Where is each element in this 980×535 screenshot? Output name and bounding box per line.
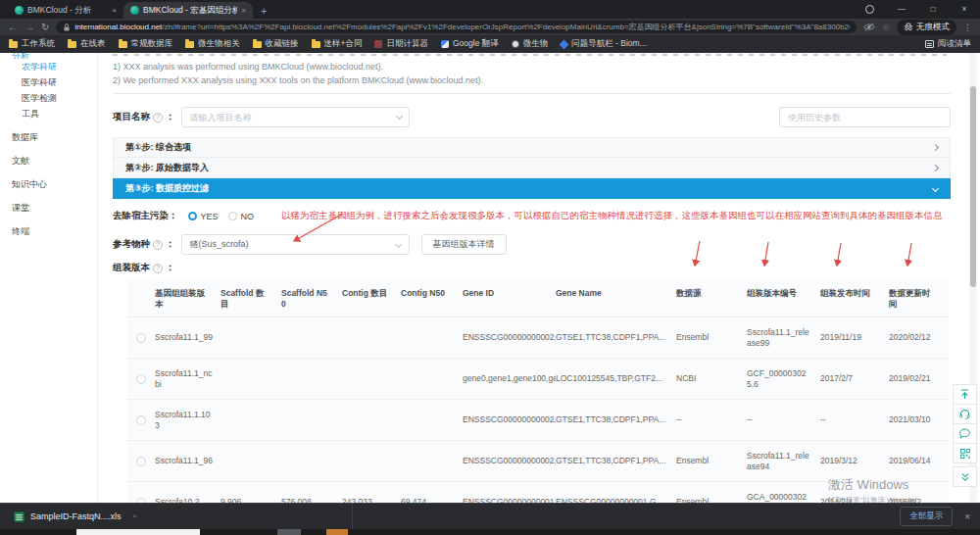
profile-circle-icon[interactable] [865,5,874,14]
table-header-row: 基因组组装版本Scaffold 数目Scaffold N50Contig 数目C… [127,279,949,316]
table-row: Sscrofa11.1_96ENSSSCG00000000002,E...GTS… [127,440,949,481]
qrcode-button[interactable] [953,443,977,463]
step-panel-1[interactable]: 第①步: 综合选项 [113,137,951,158]
row-radio-button[interactable] [136,415,146,425]
minimize-button[interactable]: — [886,0,917,19]
bookmark-item[interactable]: 工作系统 [9,38,55,50]
bookmark-item[interactable]: 日期计算器 [374,38,428,50]
table-cell: 2017/2/7 [820,373,889,384]
row-radio-cell [127,415,155,425]
reference-species-row: 参考物种 ? ： 猪(Sus_scrofa) 基因组版本详情 [113,234,951,255]
file-menu-caret[interactable]: ^ [133,512,137,521]
browser-tab[interactable]: BMKCloud - 分析× [8,2,123,19]
reading-list-button[interactable]: 阅读清单 [925,38,971,50]
forward-button[interactable]: → [24,23,34,32]
table-cell: Sscrofa11.1_96 [155,456,220,466]
bookmark-item[interactable]: 问题导航栏 - Biom... [561,38,647,50]
sidebar-item[interactable]: 课堂 [0,200,97,216]
column-header: Contig N50 [401,288,463,299]
citation-note-2: 2) We performed XXX analysis using XXX t… [113,73,951,87]
reload-button[interactable]: ↻ [41,23,49,32]
species-select[interactable]: 猪(Sus_scrofa) [181,234,410,255]
row-radio-button[interactable] [136,374,146,384]
help-icon[interactable]: ? [153,264,163,273]
back-to-top-button[interactable] [953,384,977,405]
url-path: /zh/iframe?url=https%3A%2F%2Fapi.bioclou… [162,23,850,31]
customer-service-button[interactable] [953,404,977,424]
headset-icon [958,408,971,420]
close-tab-icon[interactable]: × [241,6,246,15]
bookmark-item[interactable]: 收藏链接 [253,38,299,50]
back-button[interactable]: ← [8,23,18,32]
radio-yes[interactable] [188,212,197,220]
maximize-button[interactable]: □ [917,0,949,19]
bookmark-item[interactable]: 送样+合同 [312,38,363,50]
folder-icon [253,41,262,48]
genome-detail-button[interactable]: 基因组版本详情 [421,234,507,255]
bookmark-star-icon[interactable]: ☆ [882,23,890,32]
radio-yes-label[interactable]: YES [201,212,219,221]
browser-menu-button[interactable]: ⋮ [963,23,972,32]
close-shelf-button[interactable]: × [964,511,970,522]
incognito-badge: 无痕模式 [897,20,956,35]
table-cell: -- [747,414,820,425]
bmkcloud-favicon [15,6,24,15]
sidebar-item[interactable]: 终端 [0,223,97,239]
table-cell: ENSSSCG00000000002,E... [463,414,556,425]
row-radio-button[interactable] [136,457,146,466]
help-icon[interactable]: ? [153,240,163,250]
screen: { "browser": { "tabs": [ { "title": "BMK… [0,0,980,535]
new-tab-button[interactable]: + [253,5,274,19]
row-radio-button[interactable] [136,333,146,343]
bookmark-label: 微生物相关 [198,38,240,50]
bookmark-label: 常规数据库 [131,38,173,50]
bookmark-item[interactable]: 微生物 [512,38,549,50]
downloaded-file-name: SampleID-FastqN....xls [30,511,122,521]
sidebar-item[interactable]: 数据库 [0,129,97,145]
bookmark-item[interactable]: 在线表 [68,38,106,50]
table-cell: 2019/11/19 [820,332,889,343]
step-panel-2[interactable]: 第②步: 原始数据导入 [113,158,951,178]
table-cell: 2019/02/21 [889,373,949,384]
collapse-button[interactable] [953,466,977,487]
help-icon[interactable]: ? [153,113,163,122]
step-label: 第③步: 数据质控过滤 [125,182,209,195]
bookmark-item[interactable]: 微生物相关 [185,38,240,50]
chevron-right-icon [932,144,939,151]
browser-tab[interactable]: BMKCloud - 宏基因组分析平台× [123,2,253,19]
bookmark-item[interactable]: 常规数据库 [119,38,173,50]
sidebar-item[interactable]: 医学检测 [0,90,97,106]
row-radio-cell [127,457,155,466]
sidebar-item[interactable]: 知识中心 [0,176,97,192]
taskbar-app-highlight[interactable] [326,529,348,535]
sidebar-nav: 分析 农学科研医学科研医学检测工具数据库文献知识中心课堂终端 [0,53,98,503]
window-controls: — □ × [854,0,980,19]
incognito-label: 无痕模式 [916,22,950,33]
sidebar-item[interactable]: 工具 [0,106,97,122]
sidebar-item[interactable]: 文献 [0,153,97,169]
sidebar-item[interactable]: 医学科研 [0,74,97,90]
feedback-button[interactable] [953,423,977,444]
step-panel-3[interactable]: 第③步: 数据质控过滤 [113,178,951,199]
download-shelf: SampleID-FastqN....xls ^ 全部显示 × [0,503,980,529]
scrollbar-thumb[interactable] [970,86,976,287]
downloaded-file-chip[interactable]: SampleID-FastqN....xls ^ [14,511,136,522]
taskbar-app-active[interactable] [277,529,301,535]
radio-no[interactable] [228,212,237,220]
url-domain: international.biocloud.net [74,23,162,31]
citation-note-1: 1) XXX analysis was performed using BMKC… [113,60,951,73]
show-all-downloads-button[interactable]: 全部显示 [900,507,953,526]
eye-slash-icon[interactable] [863,23,875,31]
close-tab-icon[interactable]: × [112,6,117,15]
close-window-button[interactable]: × [949,0,980,19]
bookmark-item[interactable]: Google 翻译 [441,38,499,50]
address-bar[interactable]: international.biocloud.net/zh/iframe?url… [56,21,857,33]
history-params-input[interactable] [779,107,951,127]
taskbar-search-box[interactable] [76,529,200,535]
sidebar-item[interactable]: 农学科研 [0,59,97,74]
project-name-input[interactable] [181,107,410,127]
table-cell: 2019/3/12 [820,456,889,466]
table-cell: Sscrofa11.1_99 [155,332,220,343]
radio-no-label[interactable]: NO [241,212,255,221]
table-row: Sscrofa11.1_99ENSSSCG00000000002,E...GTS… [127,316,949,358]
